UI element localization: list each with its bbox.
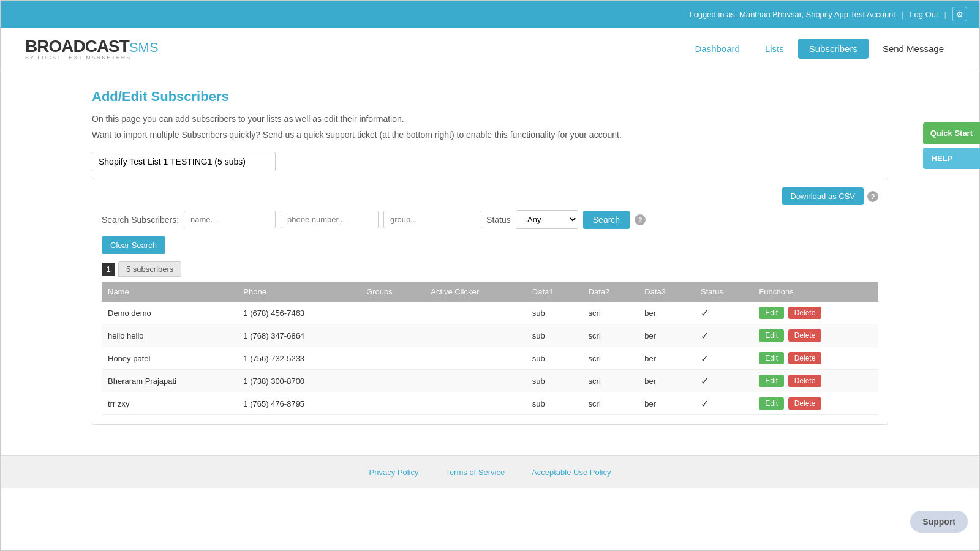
cell-status: ✓: [695, 392, 753, 415]
page-desc1: On this page you can add subscribers to …: [92, 114, 888, 124]
delete-button[interactable]: Delete: [788, 307, 822, 319]
main-nav: Dashboard Lists Subscribers Send Message: [684, 39, 955, 59]
cell-data3: ber: [638, 392, 695, 415]
cell-data2: scri: [582, 370, 639, 392]
delete-button[interactable]: Delete: [788, 375, 822, 387]
nav-subscribers[interactable]: Subscribers: [798, 39, 869, 59]
cell-phone: 1 (738) 300-8700: [237, 370, 360, 392]
cell-name: hello hello: [102, 324, 237, 347]
cell-name: Bheraram Prajapati: [102, 370, 237, 392]
cell-name: trr zxy: [102, 392, 237, 415]
cell-data2: scri: [582, 302, 639, 324]
download-help-icon[interactable]: ?: [867, 191, 878, 202]
search-name-input[interactable]: [184, 211, 276, 228]
delete-button[interactable]: Delete: [788, 352, 822, 364]
search-group-input[interactable]: [383, 211, 481, 228]
side-buttons: Quick Start HELP: [923, 122, 980, 169]
col-groups: Groups: [360, 282, 424, 302]
col-phone: Phone: [237, 282, 360, 302]
cell-name: Demo demo: [102, 302, 237, 324]
cell-status: ✓: [695, 370, 753, 392]
cell-groups: [360, 392, 424, 415]
search-phone-input[interactable]: [281, 211, 379, 228]
edit-button[interactable]: Edit: [759, 307, 784, 319]
nav-dashboard[interactable]: Dashboard: [684, 39, 750, 59]
edit-button[interactable]: Edit: [759, 329, 784, 342]
cell-active-clicker: [424, 324, 526, 347]
cell-groups: [360, 347, 424, 370]
main-content: Add/Edit Subscribers On this page you ca…: [67, 70, 913, 443]
search-button[interactable]: Search: [583, 211, 630, 229]
cell-data1: sub: [526, 302, 582, 324]
header: BROADCASTSMS BY LOCAL TEXT MARKETERS Das…: [1, 28, 979, 70]
table-row: Demo demo 1 (678) 456-7463 sub scri ber …: [102, 302, 878, 324]
table-row: hello hello 1 (768) 347-6864 sub scri be…: [102, 324, 878, 347]
download-csv-button[interactable]: Download as CSV: [782, 187, 864, 205]
logo: BROADCASTSMS BY LOCAL TEXT MARKETERS: [25, 37, 159, 61]
cell-data1: sub: [526, 347, 582, 370]
cell-groups: [360, 370, 424, 392]
page-title: Add/Edit Subscribers: [92, 89, 888, 105]
cell-data3: ber: [638, 302, 695, 324]
separator2: |: [944, 10, 946, 19]
col-status: Status: [695, 282, 753, 302]
col-name: Name: [102, 282, 237, 302]
cell-status: ✓: [695, 324, 753, 347]
cell-groups: [360, 324, 424, 347]
cell-data1: sub: [526, 324, 582, 347]
subscribers-box: Download as CSV ? Search Subscribers: St…: [92, 178, 888, 425]
footer: Privacy Policy Terms of Service Acceptab…: [1, 455, 979, 488]
status-select[interactable]: -Any- Active Inactive: [516, 210, 578, 229]
pagination-row: 1 5 subscribers: [102, 261, 878, 277]
cell-data3: ber: [638, 347, 695, 370]
page-desc2: Want to import multiple Subscribers quic…: [92, 130, 888, 140]
cell-data3: ber: [638, 370, 695, 392]
search-help-icon[interactable]: ?: [635, 214, 646, 225]
nav-send-message[interactable]: Send Message: [872, 39, 955, 59]
col-functions: Functions: [753, 282, 878, 302]
table-row: trr zxy 1 (765) 476-8795 sub scri ber ✓ …: [102, 392, 878, 415]
col-data1: Data1: [526, 282, 582, 302]
cell-data1: sub: [526, 370, 582, 392]
download-row: Download as CSV ?: [102, 187, 878, 205]
help-button[interactable]: HELP: [923, 148, 980, 169]
support-button[interactable]: Support: [910, 511, 968, 533]
search-row: Search Subscribers: Status -Any- Active …: [102, 210, 878, 229]
col-data3: Data3: [638, 282, 695, 302]
acceptable-use-link[interactable]: Acceptable Use Policy: [532, 468, 611, 477]
cell-groups: [360, 302, 424, 324]
cell-status: ✓: [695, 347, 753, 370]
cell-phone: 1 (765) 476-8795: [237, 392, 360, 415]
logo-subtitle: BY LOCAL TEXT MARKETERS: [25, 54, 159, 61]
cell-active-clicker: [424, 370, 526, 392]
cell-functions: Edit Delete: [753, 370, 878, 392]
edit-button[interactable]: Edit: [759, 375, 784, 387]
clear-search-wrapper: Clear Search: [102, 236, 878, 254]
cell-functions: Edit Delete: [753, 302, 878, 324]
subscribers-table-body: Demo demo 1 (678) 456-7463 sub scri ber …: [102, 302, 878, 415]
nav-lists[interactable]: Lists: [754, 39, 795, 59]
cell-data2: scri: [582, 347, 639, 370]
cell-name: Honey patel: [102, 347, 237, 370]
logo-text: BROADCASTSMS: [25, 37, 159, 56]
col-data2: Data2: [582, 282, 639, 302]
quick-start-button[interactable]: Quick Start: [923, 122, 980, 144]
clear-search-button[interactable]: Clear Search: [102, 236, 165, 254]
edit-button[interactable]: Edit: [759, 397, 784, 410]
logged-in-text: Logged in as: Manthan Bhavsar, Shopify A…: [689, 10, 895, 19]
edit-button[interactable]: Edit: [759, 352, 784, 364]
status-label: Status: [486, 215, 511, 225]
cell-active-clicker: [424, 392, 526, 415]
privacy-policy-link[interactable]: Privacy Policy: [369, 468, 419, 477]
cell-functions: Edit Delete: [753, 347, 878, 370]
cell-status: ✓: [695, 302, 753, 324]
logout-link[interactable]: Log Out: [910, 10, 938, 19]
delete-button[interactable]: Delete: [788, 397, 822, 410]
cell-phone: 1 (768) 347-6864: [237, 324, 360, 347]
list-select[interactable]: Shopify Test List 1 TESTING1 (5 subs): [92, 152, 276, 171]
gear-icon[interactable]: ⚙: [952, 7, 967, 21]
subscribers-table: Name Phone Groups Active Clicker Data1 D…: [102, 282, 878, 415]
cell-active-clicker: [424, 347, 526, 370]
terms-of-service-link[interactable]: Terms of Service: [445, 468, 505, 477]
delete-button[interactable]: Delete: [788, 329, 822, 342]
